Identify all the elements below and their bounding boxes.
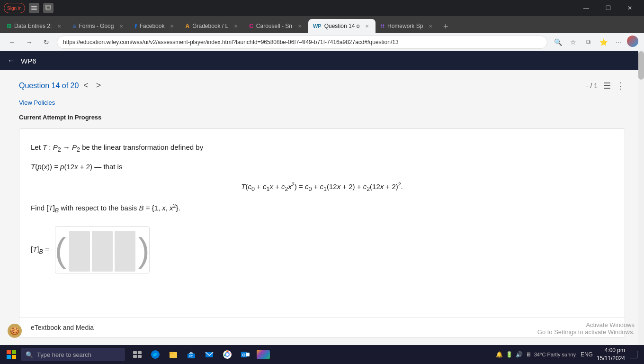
search-icon: 🔍 xyxy=(26,351,33,358)
tab-facebook[interactable]: f Facebook ✕ xyxy=(130,19,180,33)
svg-rect-7 xyxy=(7,355,11,359)
matrix-cell-0-2[interactable] xyxy=(115,231,135,245)
chrome-taskbar[interactable] xyxy=(219,346,236,363)
score-display: - / 1 xyxy=(586,82,598,90)
etextbook-section: eTextbook and Media xyxy=(19,318,625,337)
maximize-button[interactable]: ❐ xyxy=(598,0,618,16)
tab-favicon: f xyxy=(134,23,136,30)
tab-homework[interactable]: H Homework Sp ✕ xyxy=(376,19,439,33)
view-policies-link[interactable]: View Policies xyxy=(19,99,625,106)
system-tray: 🔔 🔋 🔊 🖥 34°C Partly sunny ENG xyxy=(496,351,593,358)
matrix-container[interactable]: ( ) xyxy=(55,226,150,273)
tab-close-button[interactable]: ✕ xyxy=(296,22,304,30)
tab-carousell[interactable]: C Carousell - Sn ✕ xyxy=(244,19,308,33)
microsoft-edge-taskbar[interactable] xyxy=(147,346,164,363)
store-taskbar[interactable]: 🛍 xyxy=(183,346,200,363)
back-nav-button[interactable]: ← xyxy=(8,56,15,65)
etextbook-label: eTextbook and Media xyxy=(31,324,94,331)
notification-panel-button[interactable] xyxy=(629,350,638,359)
new-tab-icon[interactable] xyxy=(43,3,54,13)
math-line-4: Find [T]B with respect to the basis B = … xyxy=(31,201,613,217)
tab-close-button[interactable]: ✕ xyxy=(232,22,240,30)
matrix-area: [T]B = ( ) xyxy=(31,226,613,273)
math-line-3: T(c0 + c1x + c2x2) = c0 + c1(12x + 2) + … xyxy=(31,180,613,195)
profile-signin-button[interactable]: Sign in xyxy=(4,3,25,13)
tab-favicon: C xyxy=(249,23,253,29)
favorites-icon[interactable]: ⭐ xyxy=(597,36,610,49)
svg-rect-11 xyxy=(133,355,137,358)
browser-menu-icon[interactable] xyxy=(29,3,39,13)
forward-button[interactable]: → xyxy=(23,36,36,49)
tab-close-button[interactable]: ✕ xyxy=(55,22,63,30)
matrix-cell-0-1[interactable] xyxy=(92,231,113,245)
title-bar: Sign in — ❐ ✕ xyxy=(0,0,644,16)
tab-label: Question 14 o xyxy=(324,23,360,29)
question-navigation: Question 14 of 20 < > xyxy=(19,80,104,91)
top-navigation-bar: ← WP6 xyxy=(0,51,644,70)
tab-forms[interactable]: ≡ Forms - Goog ✕ xyxy=(68,19,130,33)
split-view-icon[interactable]: ⧉ xyxy=(581,36,595,49)
back-button[interactable]: ← xyxy=(6,36,19,49)
matrix-cell-2-2[interactable] xyxy=(115,257,135,272)
svg-text:🛍: 🛍 xyxy=(189,354,193,358)
language-display: ENG xyxy=(581,351,593,358)
close-button[interactable]: ✕ xyxy=(619,0,640,16)
svg-rect-5 xyxy=(7,350,11,354)
more-options-icon[interactable]: ⋮ xyxy=(617,81,625,91)
taskbar: 🔍 Type here to search 🛍 O 🔔 xyxy=(0,345,644,364)
matrix-cell-1-1[interactable] xyxy=(92,244,113,258)
time-display: 4:00 pm xyxy=(597,346,625,355)
outlook-taskbar[interactable]: O xyxy=(237,346,254,363)
search-placeholder: Type here to search xyxy=(37,351,91,358)
edge-profile-icon[interactable] xyxy=(627,36,638,47)
reload-button[interactable]: ↻ xyxy=(40,36,53,49)
matrix-grid[interactable] xyxy=(69,231,135,269)
svg-point-22 xyxy=(226,353,229,356)
search-icon[interactable]: 🔍 xyxy=(551,36,564,49)
tab-close-button[interactable]: ✕ xyxy=(168,22,176,30)
matrix-cell-1-0[interactable] xyxy=(69,244,90,258)
tab-favicon: WP xyxy=(313,23,322,29)
matrix-label: [T]B = xyxy=(31,245,49,255)
svg-rect-16 xyxy=(170,352,173,354)
file-explorer-taskbar[interactable] xyxy=(165,346,182,363)
list-icon[interactable]: ☰ xyxy=(603,81,611,91)
tab-question[interactable]: WP Question 14 o ✕ xyxy=(308,19,376,33)
matrix-cell-1-2[interactable] xyxy=(115,244,135,258)
star-icon[interactable]: ☆ xyxy=(566,36,580,49)
matrix-cell-0-0[interactable] xyxy=(69,231,90,245)
cookie-consent-icon[interactable]: 🍪 xyxy=(8,324,22,338)
question-header: Question 14 of 20 < > - / 1 ☰ ⋮ xyxy=(19,80,625,91)
volume-icon[interactable]: 🔊 xyxy=(516,351,523,358)
mail-taskbar[interactable] xyxy=(201,346,218,363)
matrix-cell-2-1[interactable] xyxy=(92,257,113,272)
minimize-button[interactable]: — xyxy=(576,0,597,16)
notification-icon[interactable]: 🔔 xyxy=(496,351,503,358)
math-content: Let T : P2 → P2 be the linear transforma… xyxy=(31,140,613,217)
previous-question-button[interactable]: < xyxy=(80,80,91,91)
new-tab-button[interactable]: + xyxy=(439,20,452,33)
tab-label: Gradebook / L xyxy=(192,23,228,29)
scrollbar-thumb[interactable] xyxy=(638,51,644,80)
task-view-button[interactable] xyxy=(129,346,146,363)
more-button[interactable]: ··· xyxy=(612,36,625,49)
tab-label: Carousell - Sn xyxy=(256,23,292,29)
tab-close-button[interactable]: ✕ xyxy=(117,22,125,30)
clock: 4:00 pm 15/11/2024 xyxy=(597,346,625,363)
tab-gradebook[interactable]: A Gradebook / L ✕ xyxy=(180,19,244,33)
matrix-cell-2-0[interactable] xyxy=(69,257,90,272)
math-line-2: T(p(x)) = p(12x + 2) — that is xyxy=(31,160,613,174)
scrollbar-track xyxy=(638,51,644,345)
tab-close-button[interactable]: ✕ xyxy=(363,22,371,30)
start-button[interactable] xyxy=(2,345,21,364)
tab-close-button[interactable]: ✕ xyxy=(427,22,434,30)
svg-text:O: O xyxy=(242,353,245,357)
network-icon: 🖥 xyxy=(526,351,531,358)
svg-rect-2 xyxy=(31,9,37,10)
address-input[interactable] xyxy=(57,36,547,49)
tab-data-entries[interactable]: ⊞ Data Entries 2: ✕ xyxy=(2,19,68,33)
next-question-button[interactable]: > xyxy=(93,80,104,91)
colorful-app-taskbar[interactable] xyxy=(255,346,272,363)
tab-label: Homework Sp xyxy=(387,23,423,29)
taskbar-search-box[interactable]: 🔍 Type here to search xyxy=(21,348,125,361)
